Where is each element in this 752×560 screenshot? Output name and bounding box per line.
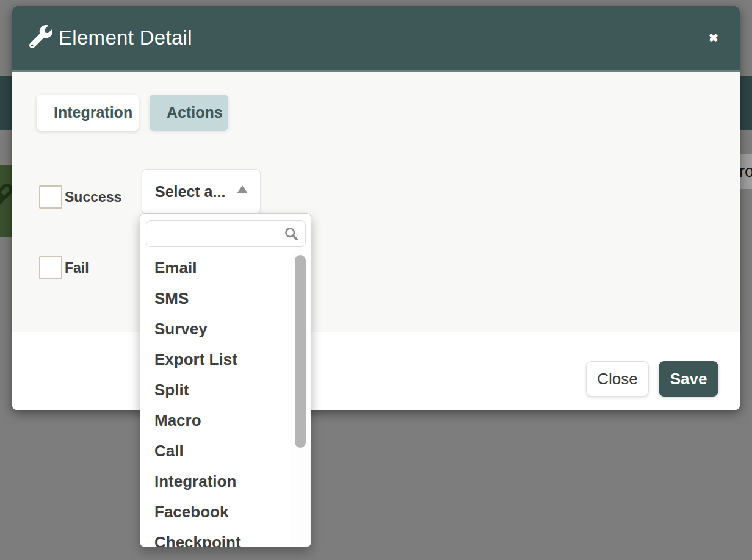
dropdown-search	[146, 220, 306, 247]
dropdown-option[interactable]: Integration	[140, 466, 291, 497]
modal-close-button[interactable]: ✖	[703, 28, 724, 49]
dropdown-scrollbar[interactable]	[291, 253, 311, 546]
save-button[interactable]: Save	[659, 361, 718, 397]
modal-title: Element Detail	[59, 6, 192, 70]
dropdown-option[interactable]: SMS	[140, 283, 291, 314]
dropdown-option[interactable]: Email	[140, 253, 291, 283]
dropdown-search-input[interactable]	[146, 220, 306, 247]
action-select-value: Select a...	[155, 170, 225, 214]
tab-integration[interactable]: Integration	[37, 95, 139, 131]
dropdown-option[interactable]: Facebook	[140, 497, 291, 527]
dropdown-option[interactable]: Export List	[140, 344, 291, 375]
tab-actions[interactable]: Actions	[150, 95, 228, 131]
background-element-node	[0, 165, 12, 237]
success-label: Success	[65, 189, 121, 206]
close-icon: ✖	[709, 32, 718, 45]
background-toolbar: ro	[740, 154, 752, 189]
dropdown-option[interactable]: Survey	[140, 314, 291, 344]
action-dropdown-panel: Email SMS Survey Export List Split Macro…	[140, 213, 311, 547]
fail-checkbox[interactable]	[39, 256, 62, 279]
dropdown-option[interactable]: Split	[140, 375, 291, 405]
fail-label: Fail	[65, 260, 89, 276]
element-detail-modal: Element Detail ✖ Integration Actions Suc…	[12, 6, 740, 410]
dropdown-option[interactable]: Call	[140, 436, 291, 466]
success-row: Success	[39, 185, 121, 209]
action-select-button[interactable]: Select a...	[142, 169, 261, 214]
dropdown-option-list: Email SMS Survey Export List Split Macro…	[140, 253, 291, 547]
close-button[interactable]: Close	[586, 361, 649, 397]
success-checkbox[interactable]	[39, 185, 62, 209]
modal-header: Element Detail ✖	[12, 6, 740, 72]
dropdown-option[interactable]: Macro	[140, 405, 291, 436]
background-partial-text: ro	[740, 154, 752, 189]
dropdown-scrollbar-thumb[interactable]	[295, 255, 306, 448]
wrench-icon	[29, 25, 52, 51]
fail-row: Fail	[39, 256, 89, 279]
dropdown-option[interactable]: Checkpoint	[140, 527, 291, 547]
chevron-up-icon	[237, 185, 248, 193]
